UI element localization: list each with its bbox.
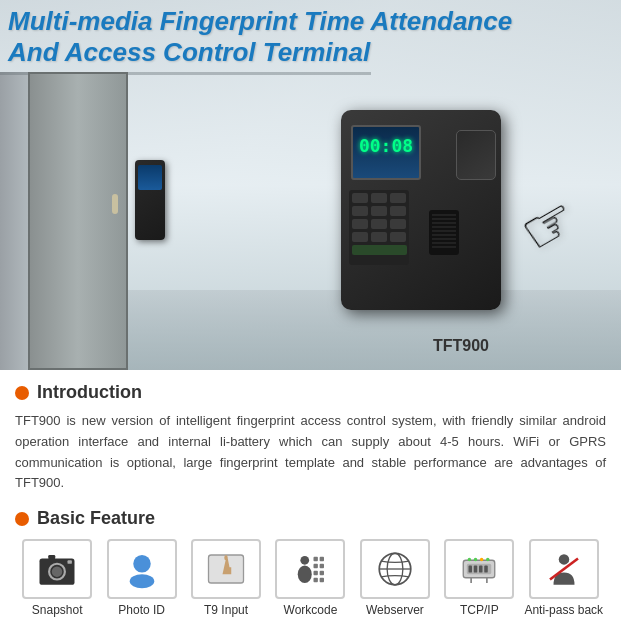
- feature-workcode: Workcode: [268, 539, 352, 617]
- wall-panel-device: [135, 160, 165, 240]
- svg-rect-42: [320, 578, 324, 582]
- workcode-label: Workcode: [284, 603, 338, 617]
- svg-rect-7: [352, 219, 368, 229]
- svg-point-54: [468, 558, 472, 562]
- svg-rect-5: [371, 206, 387, 216]
- snapshot-icon: [36, 548, 78, 590]
- svg-point-29: [133, 555, 151, 573]
- svg-rect-50: [479, 566, 483, 573]
- svg-rect-38: [320, 564, 324, 568]
- svg-point-58: [558, 554, 569, 565]
- device-screen: 00:08: [351, 125, 421, 180]
- workcode-icon: [289, 548, 331, 590]
- content-section: Introduction TFT900 is new version of in…: [0, 370, 621, 629]
- feature-tcpip: TCP/IP: [437, 539, 521, 617]
- svg-point-57: [486, 558, 490, 562]
- wall-left: [0, 72, 28, 370]
- svg-rect-35: [314, 557, 318, 561]
- svg-point-56: [480, 558, 484, 562]
- photoid-label: Photo ID: [118, 603, 165, 617]
- antipass-icon-box: [529, 539, 599, 599]
- svg-rect-12: [390, 232, 406, 242]
- wall-panel-screen: [138, 165, 162, 190]
- svg-rect-4: [352, 206, 368, 216]
- svg-rect-6: [390, 206, 406, 216]
- svg-rect-2: [371, 193, 387, 203]
- device-container: 00:08: [341, 110, 581, 330]
- features-header: Basic Feature: [15, 508, 606, 529]
- webserver-icon-box: [360, 539, 430, 599]
- svg-rect-27: [48, 555, 55, 559]
- svg-point-32: [224, 555, 228, 560]
- snapshot-label: Snapshot: [32, 603, 83, 617]
- door: [28, 72, 128, 370]
- svg-rect-49: [474, 566, 478, 573]
- features-grid: Snapshot Photo ID: [15, 539, 606, 617]
- svg-rect-10: [352, 232, 368, 242]
- svg-rect-40: [320, 571, 324, 575]
- svg-rect-1: [352, 193, 368, 203]
- door-handle: [112, 194, 118, 214]
- svg-rect-11: [371, 232, 387, 242]
- svg-rect-51: [485, 566, 489, 573]
- svg-point-30: [129, 574, 154, 588]
- antipass-icon: [543, 548, 585, 590]
- device-body: 00:08: [341, 110, 501, 310]
- introduction-header: Introduction: [15, 382, 606, 403]
- webserver-label: Webserver: [366, 603, 424, 617]
- hero-title: Multi-media Fingerprint Time Attendance …: [8, 6, 613, 68]
- svg-point-34: [298, 566, 312, 584]
- svg-point-33: [301, 556, 310, 565]
- hero-section: Multi-media Fingerprint Time Attendance …: [0, 0, 621, 370]
- tcpip-icon: [458, 548, 500, 590]
- svg-rect-28: [68, 560, 72, 564]
- svg-rect-9: [390, 219, 406, 229]
- fingerprint-sensor: [456, 130, 496, 180]
- svg-rect-39: [314, 571, 318, 575]
- features-section: Basic Feature Snapshot: [15, 508, 606, 617]
- svg-point-55: [474, 558, 478, 562]
- feature-webserver: Webserver: [353, 539, 437, 617]
- device-label: TFT900: [433, 337, 489, 355]
- t9input-label: T9 Input: [204, 603, 248, 617]
- feature-snapshot: Snapshot: [15, 539, 99, 617]
- svg-rect-41: [314, 578, 318, 582]
- intro-dot: [15, 386, 29, 400]
- workcode-icon-box: [275, 539, 345, 599]
- t9input-icon-box: [191, 539, 261, 599]
- svg-rect-13: [352, 245, 407, 255]
- photoid-icon: [121, 548, 163, 590]
- snapshot-icon-box: [22, 539, 92, 599]
- tcpip-label: TCP/IP: [460, 603, 499, 617]
- feature-photoid: Photo ID: [99, 539, 183, 617]
- webserver-icon: [374, 548, 416, 590]
- intro-title: Introduction: [37, 382, 142, 403]
- svg-rect-14: [429, 210, 459, 255]
- svg-rect-48: [469, 566, 473, 573]
- feature-antipass: Anti-pass back: [522, 539, 606, 617]
- device-speaker: [429, 210, 464, 260]
- device-keypad: [349, 190, 414, 270]
- antipass-label: Anti-pass back: [524, 603, 603, 617]
- hand-icon: ☞: [508, 181, 590, 269]
- svg-rect-37: [314, 564, 318, 568]
- intro-text: TFT900 is new version of intelligent fin…: [15, 411, 606, 494]
- svg-rect-36: [320, 557, 324, 561]
- photoid-icon-box: [107, 539, 177, 599]
- feature-t9input: T9 Input: [184, 539, 268, 617]
- svg-point-26: [52, 567, 63, 578]
- svg-rect-3: [390, 193, 406, 203]
- t9-icon: [205, 548, 247, 590]
- features-title: Basic Feature: [37, 508, 155, 529]
- features-dot: [15, 512, 29, 526]
- tcpip-icon-box: [444, 539, 514, 599]
- svg-rect-8: [371, 219, 387, 229]
